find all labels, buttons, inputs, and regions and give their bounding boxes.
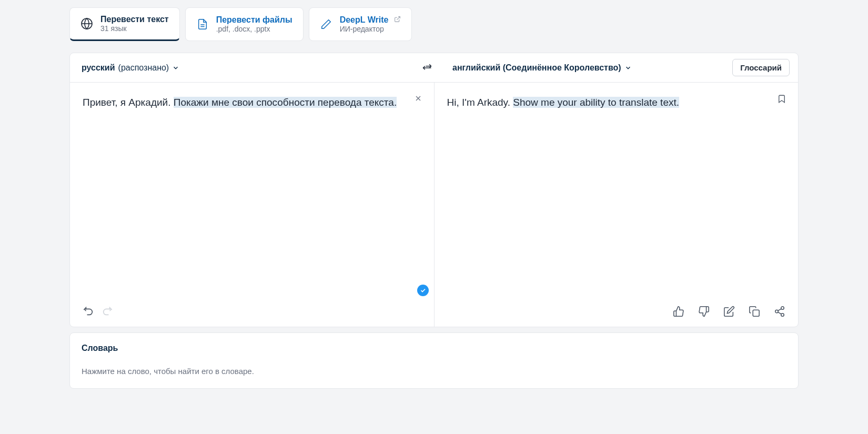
translator-card: русский (распознано) английский (Соединё…: [69, 53, 799, 327]
dictionary-hint: Нажмите на слово, чтобы найти его в слов…: [82, 367, 786, 376]
source-lang-suffix: (распознано): [118, 63, 169, 73]
file-icon: [196, 18, 209, 31]
target-text-output[interactable]: Hi, I'm Arkady. Show me your ability to …: [447, 94, 786, 301]
tab-subtitle: 31 язык: [100, 24, 169, 33]
tabs-row: Перевести текст 31 язык Перевести файлы …: [0, 0, 868, 41]
tab-deepl-write[interactable]: DeepL Write ИИ-редактор: [309, 7, 412, 41]
tab-title: Перевести текст: [100, 15, 169, 24]
pencil-icon: [320, 18, 332, 31]
glossary-button[interactable]: Глоссарий: [732, 59, 790, 76]
chevron-down-icon: [624, 64, 632, 72]
swap-languages-button[interactable]: [419, 59, 436, 76]
source-language-select[interactable]: русский (распознано): [82, 63, 179, 73]
undo-button[interactable]: [83, 306, 94, 317]
copy-button[interactable]: [749, 306, 760, 317]
source-highlighted-text: Покажи мне свои способности перевода тек…: [174, 97, 397, 108]
dictionary-card: Словарь Нажмите на слово, чтобы найти ег…: [69, 332, 799, 389]
svg-point-3: [775, 310, 779, 313]
chevron-down-icon: [172, 64, 179, 72]
tab-title: DeepL Write: [340, 15, 401, 25]
source-text-input[interactable]: Привет, я Аркадий. Покажи мне свои спосо…: [83, 94, 421, 301]
globe-icon: [80, 17, 93, 30]
clear-input-button[interactable]: [414, 94, 422, 105]
redo-button: [102, 306, 113, 317]
source-lang-name: русский: [82, 63, 115, 73]
panels: Привет, я Аркадий. Покажи мне свои спосо…: [70, 83, 798, 327]
target-panel: Hi, I'm Arkady. Show me your ability to …: [435, 83, 799, 327]
target-language-select[interactable]: английский (Соединённое Королевство): [452, 63, 632, 73]
target-footer: [447, 306, 786, 317]
tab-title: Перевести файлы: [216, 15, 292, 25]
check-badge-icon[interactable]: [417, 285, 429, 296]
tab-translate-text[interactable]: Перевести текст 31 язык: [69, 7, 180, 41]
dictionary-title: Словарь: [82, 344, 786, 353]
thumbs-down-button[interactable]: [698, 306, 710, 317]
share-button[interactable]: [774, 306, 785, 317]
target-highlighted-text: Show me your ability to translate text.: [513, 97, 679, 108]
external-link-icon: [394, 15, 401, 24]
tab-translate-files[interactable]: Перевести файлы .pdf, .docx, .pptx: [185, 7, 304, 41]
language-bar: русский (распознано) английский (Соединё…: [70, 53, 798, 83]
source-panel: Привет, я Аркадий. Покажи мне свои спосо…: [70, 83, 435, 327]
thumbs-up-button[interactable]: [673, 306, 684, 317]
tab-subtitle: .pdf, .docx, .pptx: [216, 25, 292, 33]
source-footer: [83, 306, 421, 317]
tab-subtitle: ИИ-редактор: [340, 25, 401, 33]
target-lang-name: английский (Соединённое Королевство): [452, 63, 621, 73]
bookmark-button[interactable]: [777, 94, 786, 106]
edit-button[interactable]: [723, 306, 735, 317]
svg-point-2: [781, 307, 784, 310]
svg-point-4: [781, 314, 784, 317]
svg-rect-1: [753, 310, 759, 316]
